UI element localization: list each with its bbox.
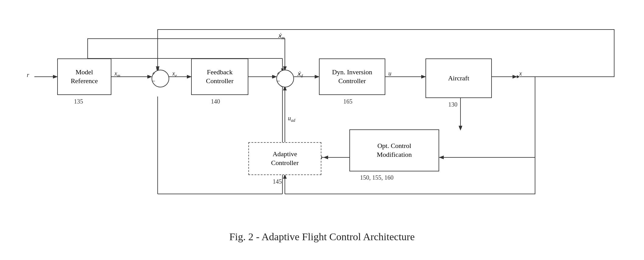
sum1-plus: + [152, 71, 155, 77]
xe-label: xe [172, 70, 177, 78]
model-reference-label: ModelReference [71, 68, 98, 85]
u-label: u [388, 70, 391, 77]
sum2-minus: − [277, 78, 280, 84]
sum1-minus: − [152, 78, 155, 84]
sum2-plus: + [277, 71, 280, 77]
aircraft-block: Aircraft [425, 58, 492, 98]
figure-caption: Fig. 2 - Adaptive Flight Control Archite… [18, 231, 626, 243]
xm-dot-label: ẋm [278, 32, 285, 40]
dyn-inversion-number: 165 [343, 98, 352, 105]
xm-label: xm [114, 70, 120, 78]
adaptive-controller-label: AdaptiveController [271, 150, 299, 167]
opt-control-label: Opt. ControlModification [377, 142, 412, 159]
dyn-inversion-block: Dyn. InversionController [319, 58, 385, 95]
xd-dot-label: ẋd [297, 70, 303, 79]
aircraft-number: 130 [448, 101, 457, 108]
svg-marker-21 [459, 127, 462, 130]
feedback-controller-number: 140 [211, 98, 220, 105]
opt-control-number: 150, 155, 160 [360, 174, 394, 181]
model-reference-number: 135 [74, 98, 83, 105]
x-output-label: x [519, 70, 522, 77]
adaptive-controller-number: 145 [273, 178, 282, 185]
model-reference-block: ModelReference [57, 58, 111, 95]
adaptive-controller-block: AdaptiveController [248, 142, 321, 175]
r-label: r [27, 72, 29, 79]
feedback-controller-block: FeedbackController [191, 58, 248, 95]
feedback-controller-label: FeedbackController [206, 68, 233, 85]
svg-marker-3 [149, 75, 152, 78]
arrows-clean [18, 11, 626, 249]
arrows-svg [18, 11, 626, 249]
svg-marker-7 [273, 75, 276, 78]
dyn-inversion-label: Dyn. InversionController [332, 68, 372, 85]
aircraft-label: Aircraft [448, 74, 469, 83]
opt-control-block: Opt. ControlModification [349, 129, 439, 171]
uad-label: uad [288, 115, 295, 123]
